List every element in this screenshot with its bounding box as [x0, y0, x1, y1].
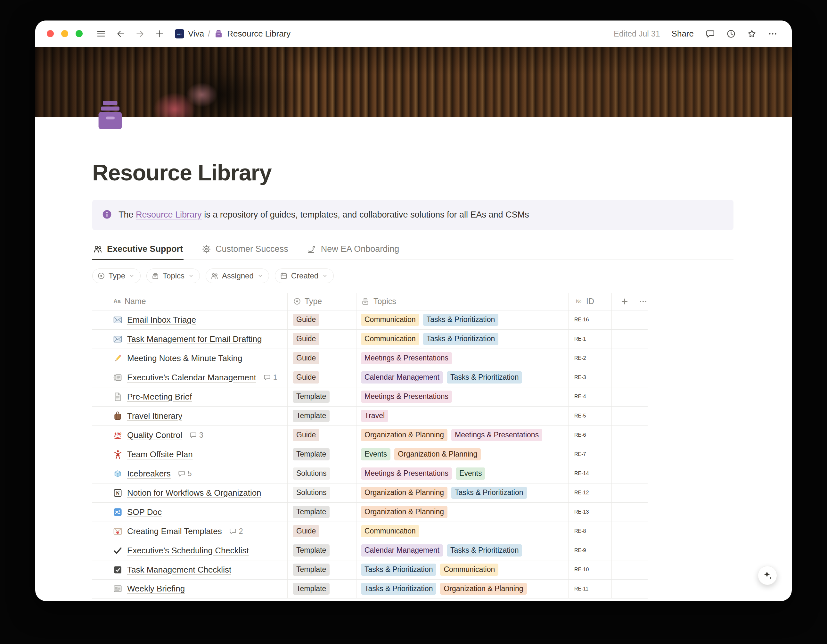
- filter-assigned[interactable]: Assigned: [206, 269, 269, 283]
- table-row[interactable]: Travel ItineraryTemplateTravelRE-5: [92, 406, 648, 425]
- id-cell[interactable]: RE-16: [568, 311, 612, 329]
- name-cell[interactable]: Executive’s Calendar Management1: [92, 368, 288, 387]
- ai-assistant-button[interactable]: [758, 566, 777, 585]
- page-link[interactable]: Icebreakers: [127, 469, 171, 479]
- name-cell[interactable]: Travel Itinerary: [92, 406, 288, 425]
- type-cell[interactable]: Guide: [288, 368, 356, 387]
- table-row[interactable]: Team Offsite PlanTemplateEventsOrganizat…: [92, 445, 648, 464]
- name-cell[interactable]: NNotion for Workflows & Organization: [92, 483, 288, 502]
- name-cell[interactable]: Task Management Checklist: [92, 560, 288, 579]
- page-link[interactable]: Task Management Checklist: [127, 565, 231, 575]
- id-cell[interactable]: RE-1: [568, 330, 612, 349]
- name-cell[interactable]: Icebreakers5: [92, 464, 288, 483]
- type-cell[interactable]: Guide: [288, 522, 356, 541]
- type-cell[interactable]: Template: [288, 388, 356, 406]
- share-button[interactable]: Share: [672, 29, 694, 39]
- history-clock-icon[interactable]: [726, 29, 736, 39]
- id-cell[interactable]: RE-4: [568, 388, 612, 406]
- topics-cell[interactable]: Tasks & PrioritizationCommunication: [356, 560, 568, 579]
- topics-cell[interactable]: CommunicationTasks & Prioritization: [356, 330, 568, 349]
- id-cell[interactable]: RE-9: [568, 541, 612, 560]
- comment-count-badge[interactable]: 2: [229, 527, 243, 536]
- topics-cell[interactable]: Organization & PlanningMeetings & Presen…: [356, 426, 568, 445]
- page-link[interactable]: SOP Doc: [127, 507, 162, 517]
- page-link[interactable]: Meeting Notes & Minute Taking: [127, 353, 242, 363]
- tab-executive-support[interactable]: Executive Support: [92, 244, 184, 260]
- filter-created[interactable]: Created: [275, 269, 334, 283]
- table-row[interactable]: Email Inbox TriageGuideCommunicationTask…: [92, 310, 648, 329]
- id-cell[interactable]: RE-3: [568, 368, 612, 387]
- page-icon-archive[interactable]: [92, 97, 128, 133]
- page-link[interactable]: Email Inbox Triage: [127, 315, 196, 325]
- comment-bubble-icon[interactable]: [705, 29, 715, 39]
- type-cell[interactable]: Guide: [288, 426, 356, 445]
- topics-cell[interactable]: Calendar ManagementTasks & Prioritizatio…: [356, 368, 568, 387]
- back-arrow-icon[interactable]: [115, 29, 126, 39]
- name-cell[interactable]: Creating Email Templates2: [92, 522, 288, 541]
- type-cell[interactable]: Template: [288, 503, 356, 522]
- topics-cell[interactable]: Meetings & Presentations: [356, 388, 568, 406]
- type-cell[interactable]: Template: [288, 541, 356, 560]
- column-header-id[interactable]: № ID: [568, 293, 612, 310]
- comment-count-badge[interactable]: 3: [189, 431, 203, 439]
- topics-cell[interactable]: Organization & Planning: [356, 503, 568, 522]
- tab-customer-success[interactable]: Customer Success: [201, 244, 289, 260]
- type-cell[interactable]: Template: [288, 406, 356, 425]
- name-cell[interactable]: 100Quality Control3: [92, 426, 288, 445]
- tab-new-ea-onboarding[interactable]: New EA Onboarding: [306, 244, 400, 260]
- close-button[interactable]: [47, 30, 54, 37]
- type-cell[interactable]: Solutions: [288, 483, 356, 502]
- id-cell[interactable]: RE-12: [568, 483, 612, 502]
- type-cell[interactable]: Solutions: [288, 464, 356, 483]
- favorite-star-icon[interactable]: [747, 29, 757, 39]
- id-cell[interactable]: RE-14: [568, 464, 612, 483]
- table-row[interactable]: Meeting Notes & Minute TakingGuideMeetin…: [92, 349, 648, 368]
- name-cell[interactable]: Pre-Meeting Brief: [92, 388, 288, 406]
- type-cell[interactable]: Guide: [288, 349, 356, 368]
- page-link[interactable]: Team Offsite Plan: [127, 450, 193, 460]
- table-row[interactable]: Creating Email Templates2GuideCommunicat…: [92, 522, 648, 541]
- id-cell[interactable]: RE-2: [568, 349, 612, 368]
- breadcrumb-page[interactable]: Resource Library: [227, 29, 290, 39]
- page-link[interactable]: Executive’s Calendar Management: [127, 373, 256, 383]
- comment-count-badge[interactable]: 5: [178, 469, 192, 478]
- type-cell[interactable]: Guide: [288, 330, 356, 349]
- more-ellipsis-icon[interactable]: [768, 29, 778, 39]
- column-header-type[interactable]: Type: [288, 293, 356, 310]
- table-row[interactable]: NNotion for Workflows & OrganizationSolu…: [92, 483, 648, 502]
- page-link[interactable]: Weekly Briefing: [127, 584, 185, 594]
- table-row[interactable]: Icebreakers5SolutionsMeetings & Presenta…: [92, 464, 648, 483]
- plus-icon[interactable]: [155, 29, 165, 39]
- type-cell[interactable]: Template: [288, 560, 356, 579]
- topics-cell[interactable]: Calendar ManagementTasks & Prioritizatio…: [356, 541, 568, 560]
- topics-cell[interactable]: Communication: [356, 522, 568, 541]
- id-cell[interactable]: RE-10: [568, 560, 612, 579]
- add-column-icon[interactable]: [620, 297, 629, 306]
- hamburger-icon[interactable]: [96, 29, 106, 39]
- more-ellipsis-icon[interactable]: [639, 297, 648, 306]
- topics-cell[interactable]: Travel: [356, 406, 568, 425]
- zoom-button[interactable]: [76, 30, 83, 37]
- table-row[interactable]: Weekly BriefingTemplateTasks & Prioritiz…: [92, 579, 648, 599]
- table-row[interactable]: Pre-Meeting BriefTemplateMeetings & Pres…: [92, 387, 648, 406]
- name-cell[interactable]: Weekly Briefing: [92, 580, 288, 598]
- comment-count-badge[interactable]: 1: [263, 373, 278, 382]
- column-header-topics[interactable]: Topics: [356, 293, 568, 310]
- type-cell[interactable]: Template: [288, 580, 356, 598]
- id-cell[interactable]: RE-5: [568, 406, 612, 425]
- id-cell[interactable]: RE-11: [568, 580, 612, 598]
- filter-type[interactable]: Type: [92, 269, 140, 283]
- id-cell[interactable]: RE-13: [568, 503, 612, 522]
- filter-topics[interactable]: Topics: [147, 269, 200, 283]
- table-row[interactable]: Task Management ChecklistTemplateTasks &…: [92, 560, 648, 579]
- name-cell[interactable]: Team Offsite Plan: [92, 445, 288, 464]
- page-link[interactable]: Pre-Meeting Brief: [127, 392, 192, 402]
- page-link[interactable]: Quality Control: [127, 430, 182, 440]
- page-link[interactable]: Notion for Workflows & Organization: [127, 488, 261, 498]
- id-cell[interactable]: RE-7: [568, 445, 612, 464]
- topics-cell[interactable]: Organization & PlanningTasks & Prioritiz…: [356, 483, 568, 502]
- topics-cell[interactable]: Tasks & PrioritizationOrganization & Pla…: [356, 580, 568, 598]
- resource-library-link[interactable]: Resource Library: [136, 210, 202, 219]
- name-cell[interactable]: Task Management for Email Drafting: [92, 330, 288, 349]
- table-row[interactable]: Executive’s Scheduling ChecklistTemplate…: [92, 541, 648, 560]
